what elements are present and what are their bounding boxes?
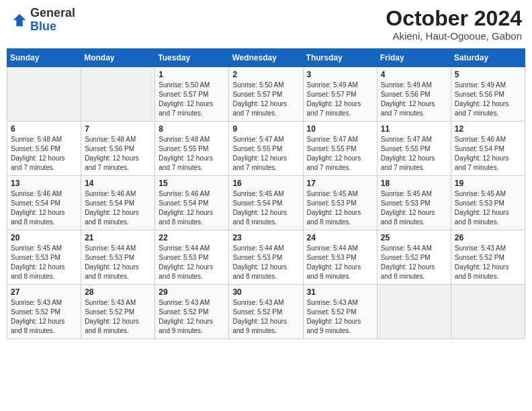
calendar-cell: 9Sunrise: 5:47 AM Sunset: 5:55 PM Daylig… <box>229 122 303 176</box>
calendar-cell: 31Sunrise: 5:43 AM Sunset: 5:52 PM Dayli… <box>303 285 377 339</box>
day-info: Sunrise: 5:50 AM Sunset: 5:57 PM Dayligh… <box>232 81 299 118</box>
day-number: 28 <box>85 287 151 297</box>
day-info: Sunrise: 5:49 AM Sunset: 5:57 PM Dayligh… <box>307 81 373 118</box>
week-row-5: 27Sunrise: 5:43 AM Sunset: 5:52 PM Dayli… <box>7 285 525 339</box>
day-header-wednesday: Wednesday <box>229 49 303 67</box>
day-number: 29 <box>159 287 225 297</box>
day-number: 26 <box>455 233 521 242</box>
day-info: Sunrise: 5:43 AM Sunset: 5:52 PM Dayligh… <box>11 298 77 336</box>
day-number: 19 <box>455 179 521 188</box>
title-block: October 2024 Akieni, Haut-Ogooue, Gabon <box>386 7 522 42</box>
logo-blue-text: Blue <box>30 19 56 33</box>
calendar-cell: 20Sunrise: 5:45 AM Sunset: 5:53 PM Dayli… <box>7 230 81 285</box>
calendar-cell: 24Sunrise: 5:44 AM Sunset: 5:53 PM Dayli… <box>303 230 377 285</box>
day-info: Sunrise: 5:50 AM Sunset: 5:57 PM Dayligh… <box>159 81 225 118</box>
day-number: 25 <box>381 233 447 242</box>
calendar-cell <box>451 285 525 339</box>
day-number: 20 <box>11 233 77 242</box>
day-number: 27 <box>11 287 77 297</box>
day-number: 22 <box>159 233 225 242</box>
calendar-cell: 11Sunrise: 5:47 AM Sunset: 5:55 PM Dayli… <box>377 122 451 176</box>
day-number: 12 <box>455 124 521 134</box>
calendar-cell: 26Sunrise: 5:43 AM Sunset: 5:52 PM Dayli… <box>451 230 525 285</box>
calendar-cell: 1Sunrise: 5:50 AM Sunset: 5:57 PM Daylig… <box>155 67 229 122</box>
day-number: 23 <box>232 233 299 242</box>
calendar-cell <box>81 67 155 122</box>
calendar-cell: 2Sunrise: 5:50 AM Sunset: 5:57 PM Daylig… <box>229 67 303 122</box>
day-info: Sunrise: 5:45 AM Sunset: 5:53 PM Dayligh… <box>381 189 447 227</box>
day-number: 16 <box>232 179 299 188</box>
week-row-2: 6Sunrise: 5:48 AM Sunset: 5:56 PM Daylig… <box>7 122 525 176</box>
calendar-cell: 14Sunrise: 5:46 AM Sunset: 5:54 PM Dayli… <box>81 176 155 230</box>
day-info: Sunrise: 5:49 AM Sunset: 5:56 PM Dayligh… <box>455 81 521 118</box>
calendar-cell: 3Sunrise: 5:49 AM Sunset: 5:57 PM Daylig… <box>303 67 377 122</box>
day-number: 18 <box>381 179 447 188</box>
day-number: 21 <box>85 233 151 242</box>
day-info: Sunrise: 5:48 AM Sunset: 5:56 PM Dayligh… <box>11 135 77 173</box>
logo-general-text: General <box>30 6 75 19</box>
calendar-cell: 23Sunrise: 5:44 AM Sunset: 5:53 PM Dayli… <box>229 230 303 285</box>
day-info: Sunrise: 5:48 AM Sunset: 5:56 PM Dayligh… <box>85 135 151 173</box>
calendar-cell: 30Sunrise: 5:43 AM Sunset: 5:52 PM Dayli… <box>229 285 303 339</box>
calendar-cell: 21Sunrise: 5:44 AM Sunset: 5:53 PM Dayli… <box>81 230 155 285</box>
day-info: Sunrise: 5:45 AM Sunset: 5:53 PM Dayligh… <box>455 189 521 227</box>
day-info: Sunrise: 5:48 AM Sunset: 5:55 PM Dayligh… <box>159 135 225 173</box>
calendar-cell: 22Sunrise: 5:44 AM Sunset: 5:53 PM Dayli… <box>155 230 229 285</box>
calendar-cell: 5Sunrise: 5:49 AM Sunset: 5:56 PM Daylig… <box>451 67 525 122</box>
day-number: 30 <box>232 287 299 297</box>
calendar-cell: 29Sunrise: 5:43 AM Sunset: 5:52 PM Dayli… <box>155 285 229 339</box>
day-number: 14 <box>85 179 151 188</box>
calendar-header: SundayMondayTuesdayWednesdayThursdayFrid… <box>7 49 525 67</box>
day-number: 6 <box>11 124 77 134</box>
calendar-cell <box>7 67 81 122</box>
day-info: Sunrise: 5:45 AM Sunset: 5:53 PM Dayligh… <box>11 244 77 281</box>
day-header-thursday: Thursday <box>303 49 377 67</box>
logo-icon <box>10 11 29 30</box>
day-info: Sunrise: 5:45 AM Sunset: 5:54 PM Dayligh… <box>232 189 299 227</box>
day-number: 15 <box>159 179 225 188</box>
day-info: Sunrise: 5:43 AM Sunset: 5:52 PM Dayligh… <box>159 298 225 336</box>
day-number: 4 <box>381 70 447 79</box>
day-header-tuesday: Tuesday <box>155 49 229 67</box>
logo: General Blue <box>10 7 75 34</box>
day-info: Sunrise: 5:47 AM Sunset: 5:55 PM Dayligh… <box>381 135 447 173</box>
calendar-subtitle: Akieni, Haut-Ogooue, Gabon <box>386 30 522 42</box>
day-info: Sunrise: 5:46 AM Sunset: 5:54 PM Dayligh… <box>455 135 521 173</box>
day-info: Sunrise: 5:44 AM Sunset: 5:53 PM Dayligh… <box>85 244 151 281</box>
calendar-cell: 18Sunrise: 5:45 AM Sunset: 5:53 PM Dayli… <box>377 176 451 230</box>
calendar-title: October 2024 <box>386 7 522 30</box>
calendar-cell: 15Sunrise: 5:46 AM Sunset: 5:54 PM Dayli… <box>155 176 229 230</box>
calendar-cell: 12Sunrise: 5:46 AM Sunset: 5:54 PM Dayli… <box>451 122 525 176</box>
calendar-cell: 16Sunrise: 5:45 AM Sunset: 5:54 PM Dayli… <box>229 176 303 230</box>
calendar-cell: 6Sunrise: 5:48 AM Sunset: 5:56 PM Daylig… <box>7 122 81 176</box>
day-info: Sunrise: 5:43 AM Sunset: 5:52 PM Dayligh… <box>455 244 521 281</box>
day-info: Sunrise: 5:43 AM Sunset: 5:52 PM Dayligh… <box>85 298 151 336</box>
day-number: 31 <box>307 287 373 297</box>
day-number: 17 <box>307 179 373 188</box>
calendar-cell: 10Sunrise: 5:47 AM Sunset: 5:55 PM Dayli… <box>303 122 377 176</box>
week-row-1: 1Sunrise: 5:50 AM Sunset: 5:57 PM Daylig… <box>7 67 525 122</box>
week-row-3: 13Sunrise: 5:46 AM Sunset: 5:54 PM Dayli… <box>7 176 525 230</box>
day-number: 13 <box>11 179 77 188</box>
day-info: Sunrise: 5:46 AM Sunset: 5:54 PM Dayligh… <box>11 189 77 227</box>
calendar-cell: 7Sunrise: 5:48 AM Sunset: 5:56 PM Daylig… <box>81 122 155 176</box>
day-number: 3 <box>307 70 373 79</box>
day-info: Sunrise: 5:46 AM Sunset: 5:54 PM Dayligh… <box>85 189 151 227</box>
calendar-cell: 27Sunrise: 5:43 AM Sunset: 5:52 PM Dayli… <box>7 285 81 339</box>
day-number: 1 <box>159 70 225 79</box>
calendar-cell: 17Sunrise: 5:45 AM Sunset: 5:53 PM Dayli… <box>303 176 377 230</box>
day-number: 5 <box>455 70 521 79</box>
day-header-saturday: Saturday <box>451 49 525 67</box>
week-row-4: 20Sunrise: 5:45 AM Sunset: 5:53 PM Dayli… <box>7 230 525 285</box>
day-number: 7 <box>85 124 151 134</box>
calendar-cell: 28Sunrise: 5:43 AM Sunset: 5:52 PM Dayli… <box>81 285 155 339</box>
day-info: Sunrise: 5:47 AM Sunset: 5:55 PM Dayligh… <box>232 135 299 173</box>
calendar-cell: 19Sunrise: 5:45 AM Sunset: 5:53 PM Dayli… <box>451 176 525 230</box>
day-info: Sunrise: 5:44 AM Sunset: 5:52 PM Dayligh… <box>381 244 447 281</box>
day-number: 10 <box>307 124 373 134</box>
day-info: Sunrise: 5:47 AM Sunset: 5:55 PM Dayligh… <box>307 135 373 173</box>
day-info: Sunrise: 5:46 AM Sunset: 5:54 PM Dayligh… <box>159 189 225 227</box>
day-header-monday: Monday <box>81 49 155 67</box>
calendar-cell: 25Sunrise: 5:44 AM Sunset: 5:52 PM Dayli… <box>377 230 451 285</box>
day-header-sunday: Sunday <box>7 49 81 67</box>
